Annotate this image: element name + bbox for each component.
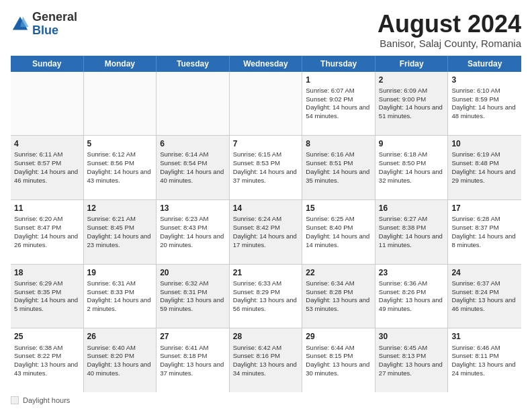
day-info-line: Sunset: 8:18 PM [160,352,226,361]
day-info-line: Sunset: 8:11 PM [451,352,518,361]
day-info-line: Sunset: 8:57 PM [14,159,80,168]
day-number: 17 [451,203,518,214]
day-number: 25 [14,331,80,342]
day-info-line: Daylight: 14 hours and 14 minutes. [306,232,371,250]
day-number: 21 [233,267,299,278]
day-info-line: Sunrise: 6:41 AM [160,344,226,353]
day-info-line: Sunset: 8:40 PM [306,224,371,232]
day-number: 10 [451,138,518,149]
day-header-saturday: Saturday [448,56,521,72]
day-info-line: Daylight: 14 hours and 11 minutes. [379,232,445,250]
day-info-line: Sunrise: 6:12 AM [87,150,153,159]
calendar: SundayMondayTuesdayWednesdayThursdayFrid… [11,56,521,392]
footer-label: Daylight hours [23,396,70,404]
day-info-line: Daylight: 13 hours and 59 minutes. [160,296,226,314]
day-info-line: Sunrise: 6:32 AM [160,279,226,288]
day-info-line: Daylight: 13 hours and 46 minutes. [451,296,518,314]
day-number: 26 [87,331,153,342]
day-number: 19 [87,267,153,278]
day-number: 6 [160,138,226,149]
day-info-line: Daylight: 13 hours and 49 minutes. [379,296,445,314]
day-number: 11 [14,203,80,214]
subtitle: Banisor, Salaj County, Romania [378,38,521,49]
cal-cell-10: 10Sunrise: 6:19 AMSunset: 8:48 PMDayligh… [448,136,521,199]
day-info-line: Sunrise: 6:24 AM [233,215,299,224]
day-number: 3 [451,75,518,85]
cal-cell-30: 30Sunrise: 6:45 AMSunset: 8:13 PMDayligh… [375,328,449,392]
day-info-line: Sunrise: 6:27 AM [379,215,445,224]
day-info-line: Sunset: 8:33 PM [87,288,153,297]
cal-cell-7: 7Sunrise: 6:15 AMSunset: 8:53 PMDaylight… [230,136,303,199]
cal-cell-1: 1Sunrise: 6:07 AMSunset: 9:02 PMDaylight… [302,72,375,136]
daylight-indicator [11,396,19,404]
day-info-line: Sunrise: 6:20 AM [14,215,80,224]
day-info-line: Sunrise: 6:46 AM [451,344,518,353]
day-info-line: Sunrise: 6:33 AM [233,279,299,288]
day-info-line: Daylight: 14 hours and 32 minutes. [379,168,445,185]
cal-cell-14: 14Sunrise: 6:24 AMSunset: 8:42 PMDayligh… [230,200,303,264]
cal-cell-11: 11Sunrise: 6:20 AMSunset: 8:47 PMDayligh… [11,200,84,264]
day-info-line: Sunrise: 6:23 AM [160,215,226,224]
day-header-monday: Monday [84,56,157,72]
day-info-line: Daylight: 13 hours and 56 minutes. [233,296,299,314]
calendar-body: 1Sunrise: 6:07 AMSunset: 9:02 PMDaylight… [11,72,521,392]
week-row-0: 1Sunrise: 6:07 AMSunset: 9:02 PMDaylight… [11,72,521,136]
cal-cell-27: 27Sunrise: 6:41 AMSunset: 8:18 PMDayligh… [157,328,230,392]
day-info-line: Sunset: 8:43 PM [160,224,226,232]
cal-cell-2: 2Sunrise: 6:09 AMSunset: 9:00 PMDaylight… [375,72,449,136]
day-number: 24 [451,267,518,278]
week-row-1: 4Sunrise: 6:11 AMSunset: 8:57 PMDaylight… [11,136,521,200]
day-number: 31 [451,331,518,342]
day-info-line: Daylight: 13 hours and 53 minutes. [306,296,371,314]
week-row-4: 25Sunrise: 6:38 AMSunset: 8:22 PMDayligh… [11,328,521,392]
day-info-line: Daylight: 14 hours and 8 minutes. [451,232,518,250]
logo-icon [11,15,30,34]
day-info-line: Daylight: 14 hours and 20 minutes. [160,232,226,250]
cal-cell-16: 16Sunrise: 6:27 AMSunset: 8:38 PMDayligh… [375,200,449,264]
day-info-line: Daylight: 14 hours and 46 minutes. [14,168,80,185]
day-info-line: Sunrise: 6:15 AM [233,150,299,159]
cal-cell-4: 4Sunrise: 6:11 AMSunset: 8:57 PMDaylight… [11,136,84,199]
day-header-tuesday: Tuesday [157,56,230,72]
day-info-line: Sunset: 8:20 PM [87,352,153,361]
day-info-line: Sunset: 8:35 PM [14,288,80,297]
day-info-line: Daylight: 13 hours and 40 minutes. [87,361,153,378]
day-info-line: Sunset: 8:59 PM [451,95,518,104]
day-info-line: Daylight: 13 hours and 24 minutes. [451,361,518,378]
day-info-line: Sunset: 8:45 PM [87,224,153,232]
day-number: 5 [87,138,153,149]
day-info-line: Daylight: 14 hours and 40 minutes. [160,168,226,185]
day-info-line: Daylight: 14 hours and 2 minutes. [87,296,153,314]
cal-cell-23: 23Sunrise: 6:36 AMSunset: 8:26 PMDayligh… [375,265,449,328]
day-info-line: Sunrise: 6:31 AM [87,279,153,288]
day-info-line: Sunset: 8:42 PM [233,224,299,232]
cal-cell-25: 25Sunrise: 6:38 AMSunset: 8:22 PMDayligh… [11,328,84,392]
day-info-line: Daylight: 13 hours and 43 minutes. [14,361,80,378]
day-info-line: Daylight: 13 hours and 37 minutes. [160,361,226,378]
day-info-line: Sunset: 8:28 PM [306,288,371,297]
cal-cell-empty [230,72,303,136]
cal-cell-21: 21Sunrise: 6:33 AMSunset: 8:29 PMDayligh… [230,265,303,328]
day-info-line: Sunrise: 6:14 AM [160,150,226,159]
calendar-header: SundayMondayTuesdayWednesdayThursdayFrid… [11,56,521,72]
day-info-line: Sunset: 8:38 PM [379,224,445,232]
cal-cell-31: 31Sunrise: 6:46 AMSunset: 8:11 PMDayligh… [448,328,521,392]
day-info-line: Sunset: 8:29 PM [233,288,299,297]
logo-general: General [32,10,77,24]
page: General Blue August 2024 Banisor, Salaj … [0,0,532,411]
day-info-line: Sunset: 8:15 PM [306,352,371,361]
day-info-line: Daylight: 14 hours and 23 minutes. [87,232,153,250]
cal-cell-26: 26Sunrise: 6:40 AMSunset: 8:20 PMDayligh… [84,328,157,392]
day-info-line: Sunset: 8:48 PM [451,159,518,168]
day-number: 30 [379,331,445,342]
day-info-line: Sunset: 8:31 PM [160,288,226,297]
day-number: 15 [306,203,371,214]
day-info-line: Daylight: 14 hours and 5 minutes. [14,296,80,314]
cal-cell-8: 8Sunrise: 6:16 AMSunset: 8:51 PMDaylight… [302,136,375,199]
day-info-line: Sunrise: 6:28 AM [451,215,518,224]
day-info-line: Sunset: 8:24 PM [451,288,518,297]
day-info-line: Sunrise: 6:42 AM [233,344,299,353]
day-info-line: Sunset: 8:47 PM [14,224,80,232]
day-number: 29 [306,331,371,342]
cal-cell-empty [157,72,230,136]
